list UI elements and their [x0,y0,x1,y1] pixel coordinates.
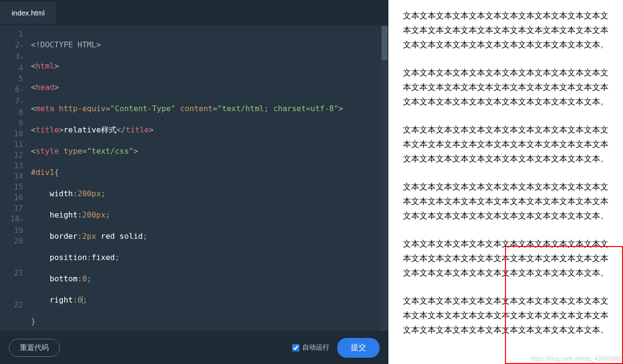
editor-footer: 重置代码 自动运行 提交 [0,331,388,364]
code-scrollbar[interactable] [381,25,388,331]
scrollbar-thumb[interactable] [382,26,387,60]
autorun-checkbox[interactable] [292,344,299,351]
tab-index-html[interactable]: index.html [0,2,56,24]
reset-button[interactable]: 重置代码 [9,339,60,357]
code-content[interactable]: <!DOCTYPE HTML> <html> <head> <meta http… [28,25,388,331]
line-gutter: 1 2 3 4 5 6 7 8 9 10 11 12 13 14 15 16 1… [0,25,28,331]
preview-panel: 文本文本文本文本文本文本文本文本文本文本文本文本文本文本文本文本文本文本文本文本… [388,0,623,364]
preview-paragraph: 文本文本文本文本文本文本文本文本文本文本文本文本文本文本文本文本文本文本文本文本… [403,9,612,52]
preview-paragraph: 文本文本文本文本文本文本文本文本文本文本文本文本文本文本文本文本文本文本文本文本… [403,123,612,166]
autorun-label: 自动运行 [302,343,329,352]
preview-paragraph: 文本文本文本文本文本文本文本文本文本文本文本文本文本文本文本文本文本文本文本文本… [403,180,612,223]
code-area[interactable]: 1 2 3 4 5 6 7 8 9 10 11 12 13 14 15 16 1… [0,25,388,331]
preview-paragraph: 文本文本文本文本文本文本文本文本文本文本文本文本文本文本文本文本文本文本文本文本… [403,66,612,109]
fixed-div1-box [505,246,623,364]
watermark: https://blog.csdn.net/qq_42850988 [531,355,620,362]
editor-panel: index.html 1 2 3 4 5 6 7 8 9 10 11 12 13… [0,0,388,364]
autorun-toggle[interactable]: 自动运行 [292,343,329,352]
tab-bar: index.html [0,0,388,25]
submit-button[interactable]: 提交 [337,338,380,358]
